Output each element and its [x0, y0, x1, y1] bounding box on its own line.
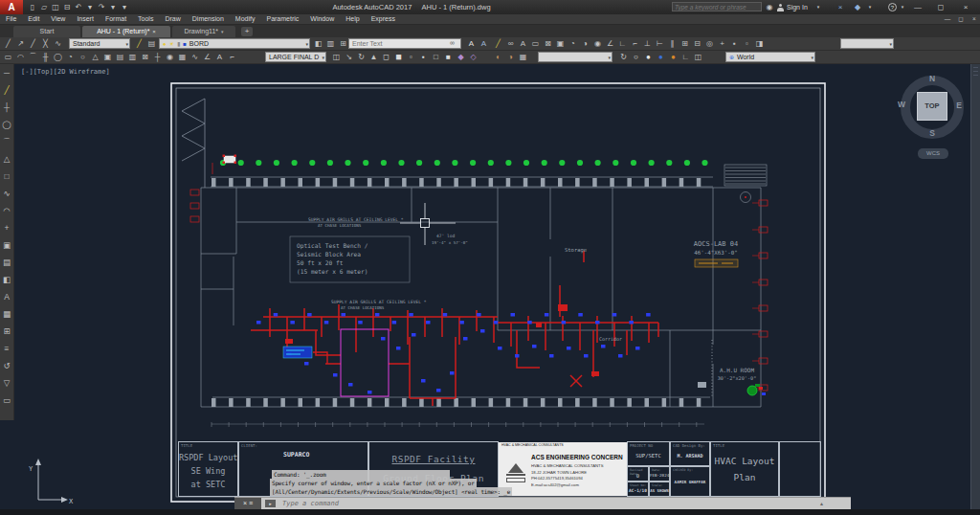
tool-icon[interactable]: ◐	[492, 51, 504, 64]
tool-icon[interactable]: ⌒	[27, 51, 39, 64]
viewcube-west[interactable]: W	[896, 100, 907, 109]
tool-icon[interactable]: ↻	[355, 51, 368, 64]
tool-icon[interactable]: ╱	[133, 37, 145, 51]
tool-icon[interactable]: ◑	[504, 51, 517, 64]
tool-icon[interactable]: ▭	[529, 37, 542, 51]
tool-icon[interactable]: ◧	[312, 37, 324, 51]
text-search-input[interactable]	[348, 38, 461, 49]
sign-in-button[interactable]: Sign In	[787, 0, 808, 14]
tool-icon[interactable]: ∞	[504, 37, 517, 51]
tool-icon[interactable]: ▤	[0, 254, 13, 271]
menu-view[interactable]: View	[45, 14, 71, 25]
tool-icon[interactable]: ◔	[567, 37, 579, 51]
dim-style-quick-dropdown[interactable]	[840, 38, 894, 49]
tab-dropdown-icon[interactable]: ▾	[221, 29, 224, 34]
tool-icon[interactable]: ⊠	[542, 37, 554, 51]
tool-icon[interactable]: ↻	[617, 51, 630, 64]
tool-icon[interactable]: ╫	[39, 51, 52, 64]
tool-icon[interactable]: ◫	[692, 51, 704, 64]
tool-icon[interactable]: ▾	[107, 0, 119, 13]
view-dropdown[interactable]	[538, 52, 612, 62]
tool-icon[interactable]: ◯	[52, 51, 64, 64]
tool-icon[interactable]: A	[478, 37, 490, 51]
tool-icon[interactable]: ▾	[119, 0, 130, 13]
tool-icon[interactable]: ▪	[417, 51, 430, 64]
tool-icon[interactable]: △	[0, 150, 13, 168]
command-input[interactable]: Type a command	[282, 498, 339, 509]
viewcube-north[interactable]: N	[926, 74, 938, 83]
mdi-restore-button[interactable]: ◻	[955, 14, 967, 25]
tool-icon[interactable]: ⊟	[61, 0, 73, 13]
tool-icon[interactable]: ↷	[96, 0, 107, 13]
tool-icon[interactable]: ↗	[14, 37, 27, 51]
tool-icon[interactable]: A	[0, 288, 13, 305]
recent-commands-icon[interactable]: ▸	[265, 500, 276, 507]
layer-thaw-icon[interactable]: ☀	[169, 41, 174, 47]
tool-icon[interactable]: △	[89, 51, 101, 64]
tool-icon[interactable]: ●	[667, 51, 679, 64]
tool-icon[interactable]: ∠	[201, 51, 213, 64]
tool-icon[interactable]: □	[430, 51, 442, 64]
tool-icon[interactable]: ╱	[492, 37, 504, 51]
close-icon[interactable]: ×	[243, 500, 247, 506]
menu-tools[interactable]: Tools	[132, 14, 159, 25]
tool-icon[interactable]: A	[517, 37, 529, 51]
tab-ahu1-return[interactable]: AHU - 1 (Return)*×	[82, 26, 170, 37]
tool-icon[interactable]: ∟	[616, 37, 629, 51]
tool-icon[interactable]: ∟	[679, 51, 692, 64]
tool-icon[interactable]: ≡	[0, 340, 13, 357]
tool-icon[interactable]: ■	[442, 51, 455, 64]
tool-icon[interactable]: ⌐	[226, 51, 238, 64]
autocad-logo-icon[interactable]: A	[0, 0, 23, 14]
menu-file[interactable]: File	[0, 14, 22, 25]
layer-dropdown[interactable]: ● ☀ ▮ ■ BORD	[159, 38, 310, 49]
viewport-controls-label[interactable]: [-][Top][2D Wireframe]	[21, 68, 110, 76]
tool-icon[interactable]: ▪	[728, 37, 741, 51]
tool-icon[interactable]: ◠	[14, 51, 27, 64]
tool-icon[interactable]: ▭	[0, 392, 13, 409]
tool-icon[interactable]: ⊞	[0, 323, 13, 340]
menu-dimension[interactable]: Dimension	[187, 14, 230, 25]
tool-icon[interactable]: ∠	[604, 37, 616, 51]
tool-icon[interactable]: ▥	[324, 37, 337, 51]
tool-icon[interactable]: ╳	[39, 37, 52, 51]
tool-icon[interactable]: ○	[77, 51, 89, 64]
tool-icon[interactable]: ▫	[741, 37, 753, 51]
menu-edit[interactable]: Edit	[22, 14, 45, 25]
communication-icon[interactable]: ◆	[852, 0, 863, 14]
tool-icon[interactable]: ⌐	[629, 37, 641, 51]
viewcube-south[interactable]: S	[926, 128, 938, 138]
search-icon[interactable]: ◉	[764, 0, 775, 14]
tool-icon[interactable]: □	[0, 168, 13, 185]
tool-icon[interactable]: ⌒	[0, 133, 13, 150]
tool-icon[interactable]: ◯	[0, 116, 13, 133]
tool-icon[interactable]: A	[465, 37, 478, 51]
tool-icon[interactable]: ┼	[0, 99, 13, 116]
tool-icon[interactable]: ─	[0, 64, 13, 81]
tool-icon[interactable]: ↺	[0, 357, 13, 374]
close-button[interactable]: ×	[959, 0, 972, 14]
menu-insert[interactable]: Insert	[71, 14, 100, 25]
tool-icon[interactable]: ┼	[151, 51, 164, 64]
tool-icon[interactable]: ∿	[189, 51, 201, 64]
tool-icon[interactable]: +	[0, 219, 13, 236]
tool-icon[interactable]: ◨	[753, 37, 766, 51]
menu-parametric[interactable]: Parametric	[260, 14, 304, 25]
tool-icon[interactable]: ◻	[380, 51, 392, 64]
tool-icon[interactable]: ▥	[126, 51, 139, 64]
viewcube-top-face[interactable]: TOP	[917, 92, 947, 121]
tool-icon[interactable]: ◔	[64, 51, 77, 64]
layer-on-icon[interactable]: ●	[163, 41, 167, 47]
tool-icon[interactable]: ▦	[0, 305, 13, 323]
tool-icon[interactable]: ●	[642, 51, 655, 64]
mdi-close-button[interactable]: ×	[969, 14, 980, 25]
menu-draw[interactable]: Draw	[159, 14, 186, 25]
help-search-input[interactable]	[672, 2, 762, 11]
tool-icon[interactable]: ◫	[330, 51, 343, 64]
tool-icon[interactable]: ◫	[50, 0, 61, 13]
tool-icon[interactable]: ╱	[27, 37, 39, 51]
text-style-dropdown[interactable]: Standard	[69, 38, 130, 49]
tool-icon[interactable]: A	[213, 51, 226, 64]
help-dropdown-icon[interactable]: ▾	[898, 0, 907, 14]
menu-window[interactable]: Window	[304, 14, 340, 25]
